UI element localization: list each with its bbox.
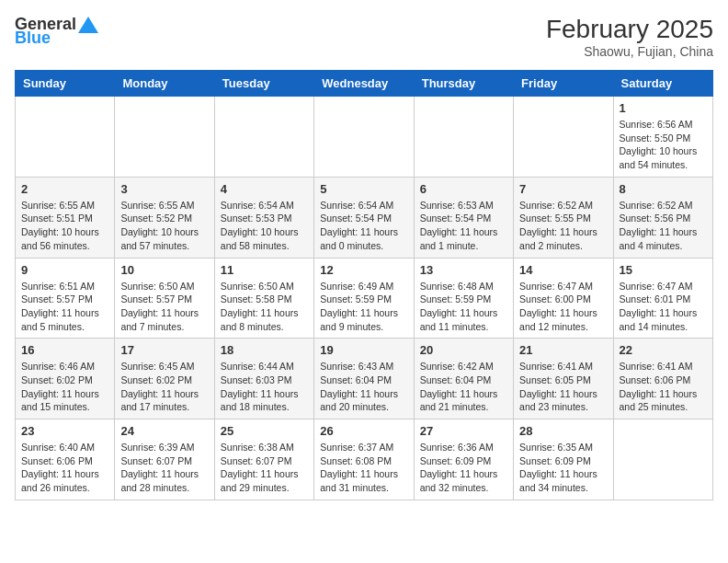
- calendar-header-monday: Monday: [115, 71, 214, 97]
- day-info: Sunrise: 6:35 AM Sunset: 6:09 PM Dayligh…: [519, 441, 607, 495]
- calendar-cell: 3Sunrise: 6:55 AM Sunset: 5:52 PM Daylig…: [115, 177, 214, 258]
- calendar-cell: 21Sunrise: 6:41 AM Sunset: 6:05 PM Dayli…: [514, 339, 613, 419]
- logo-icon: [78, 17, 98, 33]
- day-number: 6: [420, 182, 507, 196]
- calendar-cell: 19Sunrise: 6:43 AM Sunset: 6:04 PM Dayli…: [314, 339, 414, 419]
- day-info: Sunrise: 6:54 AM Sunset: 5:53 PM Dayligh…: [221, 199, 308, 253]
- calendar-cell: 16Sunrise: 6:46 AM Sunset: 6:02 PM Dayli…: [16, 339, 115, 419]
- calendar-table: SundayMondayTuesdayWednesdayThursdayFrid…: [15, 70, 713, 500]
- subtitle: Shaowu, Fujian, China: [546, 44, 713, 59]
- day-number: 28: [519, 424, 607, 438]
- calendar-cell: 18Sunrise: 6:44 AM Sunset: 6:03 PM Dayli…: [214, 339, 313, 419]
- calendar-cell: 2Sunrise: 6:55 AM Sunset: 5:51 PM Daylig…: [16, 177, 115, 258]
- calendar-cell: 15Sunrise: 6:47 AM Sunset: 6:01 PM Dayli…: [613, 258, 712, 339]
- calendar-cell: [613, 419, 712, 500]
- calendar-cell: 20Sunrise: 6:42 AM Sunset: 6:04 PM Dayli…: [414, 339, 513, 419]
- day-info: Sunrise: 6:51 AM Sunset: 5:57 PM Dayligh…: [21, 280, 108, 334]
- calendar-cell: [16, 97, 115, 178]
- day-number: 17: [120, 343, 208, 357]
- day-info: Sunrise: 6:54 AM Sunset: 5:54 PM Dayligh…: [320, 199, 407, 253]
- day-number: 15: [620, 263, 707, 277]
- day-info: Sunrise: 6:46 AM Sunset: 6:02 PM Dayligh…: [21, 360, 108, 414]
- day-number: 11: [221, 263, 308, 277]
- calendar-week-row: 2Sunrise: 6:55 AM Sunset: 5:51 PM Daylig…: [16, 177, 713, 258]
- day-number: 2: [21, 182, 108, 196]
- day-info: Sunrise: 6:39 AM Sunset: 6:07 PM Dayligh…: [120, 441, 208, 495]
- calendar-cell: [514, 97, 613, 178]
- calendar-cell: [414, 97, 513, 178]
- calendar-header-tuesday: Tuesday: [214, 71, 313, 97]
- calendar-cell: 14Sunrise: 6:47 AM Sunset: 6:00 PM Dayli…: [514, 258, 613, 339]
- svg-marker-0: [78, 17, 98, 33]
- calendar-cell: 25Sunrise: 6:38 AM Sunset: 6:07 PM Dayli…: [214, 419, 313, 500]
- calendar-cell: 12Sunrise: 6:49 AM Sunset: 5:59 PM Dayli…: [314, 258, 414, 339]
- day-info: Sunrise: 6:48 AM Sunset: 5:59 PM Dayligh…: [420, 280, 507, 334]
- calendar-cell: 7Sunrise: 6:52 AM Sunset: 5:55 PM Daylig…: [514, 177, 613, 258]
- calendar-header-thursday: Thursday: [414, 71, 513, 97]
- day-info: Sunrise: 6:42 AM Sunset: 6:04 PM Dayligh…: [420, 360, 507, 414]
- main-title: February 2025: [546, 15, 713, 44]
- day-info: Sunrise: 6:38 AM Sunset: 6:07 PM Dayligh…: [221, 441, 308, 495]
- calendar-header-friday: Friday: [514, 71, 613, 97]
- day-info: Sunrise: 6:41 AM Sunset: 6:05 PM Dayligh…: [519, 360, 607, 414]
- day-number: 19: [320, 343, 407, 357]
- calendar-cell: 4Sunrise: 6:54 AM Sunset: 5:53 PM Daylig…: [214, 177, 313, 258]
- calendar-cell: 26Sunrise: 6:37 AM Sunset: 6:08 PM Dayli…: [314, 419, 414, 500]
- day-number: 14: [519, 263, 607, 277]
- day-number: 9: [21, 263, 108, 277]
- logo: General Blue: [15, 15, 98, 48]
- day-info: Sunrise: 6:50 AM Sunset: 5:57 PM Dayligh…: [120, 280, 208, 334]
- calendar-header-row: SundayMondayTuesdayWednesdayThursdayFrid…: [16, 71, 713, 97]
- day-number: 8: [620, 182, 707, 196]
- day-number: 10: [120, 263, 208, 277]
- day-number: 16: [21, 343, 108, 357]
- calendar-week-row: 1Sunrise: 6:56 AM Sunset: 5:50 PM Daylig…: [16, 97, 713, 178]
- calendar-header-sunday: Sunday: [16, 71, 115, 97]
- day-info: Sunrise: 6:52 AM Sunset: 5:56 PM Dayligh…: [620, 199, 707, 253]
- day-info: Sunrise: 6:47 AM Sunset: 6:00 PM Dayligh…: [519, 280, 607, 334]
- calendar-cell: 8Sunrise: 6:52 AM Sunset: 5:56 PM Daylig…: [613, 177, 712, 258]
- calendar-cell: 11Sunrise: 6:50 AM Sunset: 5:58 PM Dayli…: [214, 258, 313, 339]
- day-number: 27: [420, 424, 507, 438]
- calendar-cell: 17Sunrise: 6:45 AM Sunset: 6:02 PM Dayli…: [115, 339, 214, 419]
- calendar-week-row: 23Sunrise: 6:40 AM Sunset: 6:06 PM Dayli…: [16, 419, 713, 500]
- day-info: Sunrise: 6:55 AM Sunset: 5:52 PM Dayligh…: [120, 199, 208, 253]
- day-info: Sunrise: 6:50 AM Sunset: 5:58 PM Dayligh…: [221, 280, 308, 334]
- day-info: Sunrise: 6:45 AM Sunset: 6:02 PM Dayligh…: [120, 360, 208, 414]
- calendar-cell: [314, 97, 414, 178]
- logo-blue: Blue: [15, 29, 51, 48]
- day-number: 25: [221, 424, 308, 438]
- calendar-cell: 10Sunrise: 6:50 AM Sunset: 5:57 PM Dayli…: [115, 258, 214, 339]
- calendar-week-row: 16Sunrise: 6:46 AM Sunset: 6:02 PM Dayli…: [16, 339, 713, 419]
- day-number: 22: [620, 343, 707, 357]
- day-number: 4: [221, 182, 308, 196]
- day-info: Sunrise: 6:52 AM Sunset: 5:55 PM Dayligh…: [519, 199, 607, 253]
- day-info: Sunrise: 6:55 AM Sunset: 5:51 PM Dayligh…: [21, 199, 108, 253]
- calendar-cell: 5Sunrise: 6:54 AM Sunset: 5:54 PM Daylig…: [314, 177, 414, 258]
- day-number: 23: [21, 424, 108, 438]
- calendar-cell: 13Sunrise: 6:48 AM Sunset: 5:59 PM Dayli…: [414, 258, 513, 339]
- day-info: Sunrise: 6:40 AM Sunset: 6:06 PM Dayligh…: [21, 441, 108, 495]
- day-number: 18: [221, 343, 308, 357]
- day-number: 24: [120, 424, 208, 438]
- calendar-cell: 1Sunrise: 6:56 AM Sunset: 5:50 PM Daylig…: [613, 97, 712, 178]
- day-info: Sunrise: 6:47 AM Sunset: 6:01 PM Dayligh…: [620, 280, 707, 334]
- calendar-cell: 27Sunrise: 6:36 AM Sunset: 6:09 PM Dayli…: [414, 419, 513, 500]
- day-number: 12: [320, 263, 407, 277]
- calendar-cell: 28Sunrise: 6:35 AM Sunset: 6:09 PM Dayli…: [514, 419, 613, 500]
- day-number: 21: [519, 343, 607, 357]
- day-info: Sunrise: 6:37 AM Sunset: 6:08 PM Dayligh…: [320, 441, 407, 495]
- day-number: 13: [420, 263, 507, 277]
- calendar-cell: 24Sunrise: 6:39 AM Sunset: 6:07 PM Dayli…: [115, 419, 214, 500]
- calendar-cell: 6Sunrise: 6:53 AM Sunset: 5:54 PM Daylig…: [414, 177, 513, 258]
- calendar-header-wednesday: Wednesday: [314, 71, 414, 97]
- day-number: 7: [519, 182, 607, 196]
- day-number: 26: [320, 424, 407, 438]
- day-info: Sunrise: 6:41 AM Sunset: 6:06 PM Dayligh…: [620, 360, 707, 414]
- calendar-week-row: 9Sunrise: 6:51 AM Sunset: 5:57 PM Daylig…: [16, 258, 713, 339]
- day-info: Sunrise: 6:36 AM Sunset: 6:09 PM Dayligh…: [420, 441, 507, 495]
- calendar-cell: 22Sunrise: 6:41 AM Sunset: 6:06 PM Dayli…: [613, 339, 712, 419]
- day-info: Sunrise: 6:56 AM Sunset: 5:50 PM Dayligh…: [620, 118, 707, 172]
- calendar-cell: 23Sunrise: 6:40 AM Sunset: 6:06 PM Dayli…: [16, 419, 115, 500]
- day-number: 5: [320, 182, 407, 196]
